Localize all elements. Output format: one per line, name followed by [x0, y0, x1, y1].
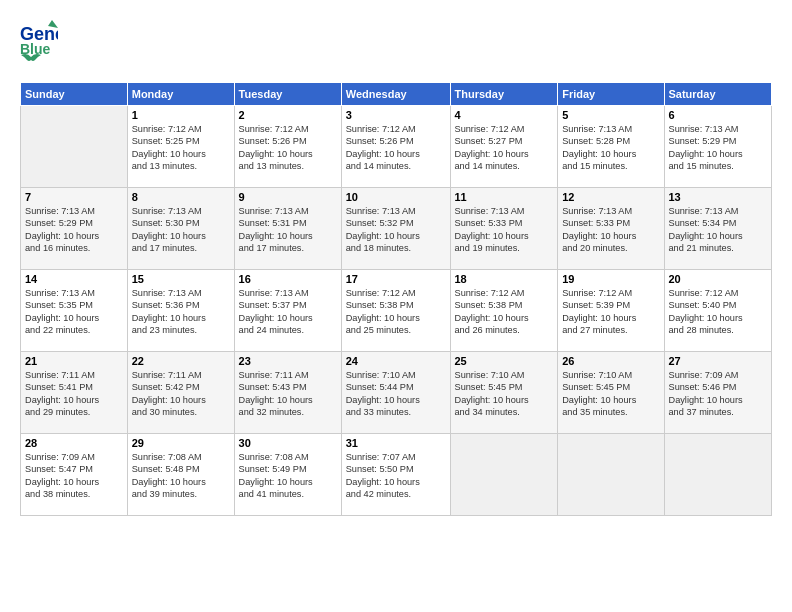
- day-info: Sunrise: 7:13 AM Sunset: 5:34 PM Dayligh…: [669, 205, 768, 255]
- day-info: Sunrise: 7:13 AM Sunset: 5:30 PM Dayligh…: [132, 205, 230, 255]
- day-info: Sunrise: 7:08 AM Sunset: 5:48 PM Dayligh…: [132, 451, 230, 501]
- calendar-cell: 19Sunrise: 7:12 AM Sunset: 5:39 PM Dayli…: [558, 270, 664, 352]
- week-row-3: 14Sunrise: 7:13 AM Sunset: 5:35 PM Dayli…: [21, 270, 772, 352]
- header-row: SundayMondayTuesdayWednesdayThursdayFrid…: [21, 83, 772, 106]
- calendar-cell: 6Sunrise: 7:13 AM Sunset: 5:29 PM Daylig…: [664, 106, 772, 188]
- day-number: 3: [346, 109, 446, 121]
- day-number: 21: [25, 355, 123, 367]
- calendar-cell: 31Sunrise: 7:07 AM Sunset: 5:50 PM Dayli…: [341, 434, 450, 516]
- day-number: 17: [346, 273, 446, 285]
- calendar-cell: 16Sunrise: 7:13 AM Sunset: 5:37 PM Dayli…: [234, 270, 341, 352]
- day-number: 27: [669, 355, 768, 367]
- day-info: Sunrise: 7:13 AM Sunset: 5:35 PM Dayligh…: [25, 287, 123, 337]
- calendar-cell: 18Sunrise: 7:12 AM Sunset: 5:38 PM Dayli…: [450, 270, 558, 352]
- calendar-cell: 8Sunrise: 7:13 AM Sunset: 5:30 PM Daylig…: [127, 188, 234, 270]
- calendar-cell: 7Sunrise: 7:13 AM Sunset: 5:29 PM Daylig…: [21, 188, 128, 270]
- day-number: 13: [669, 191, 768, 203]
- day-info: Sunrise: 7:12 AM Sunset: 5:27 PM Dayligh…: [455, 123, 554, 173]
- day-info: Sunrise: 7:13 AM Sunset: 5:37 PM Dayligh…: [239, 287, 337, 337]
- day-info: Sunrise: 7:12 AM Sunset: 5:26 PM Dayligh…: [346, 123, 446, 173]
- calendar-cell: 28Sunrise: 7:09 AM Sunset: 5:47 PM Dayli…: [21, 434, 128, 516]
- day-number: 2: [239, 109, 337, 121]
- calendar-cell: 5Sunrise: 7:13 AM Sunset: 5:28 PM Daylig…: [558, 106, 664, 188]
- day-number: 19: [562, 273, 659, 285]
- day-number: 1: [132, 109, 230, 121]
- day-info: Sunrise: 7:10 AM Sunset: 5:44 PM Dayligh…: [346, 369, 446, 419]
- calendar-cell: 2Sunrise: 7:12 AM Sunset: 5:26 PM Daylig…: [234, 106, 341, 188]
- day-number: 16: [239, 273, 337, 285]
- calendar-cell: 29Sunrise: 7:08 AM Sunset: 5:48 PM Dayli…: [127, 434, 234, 516]
- day-number: 8: [132, 191, 230, 203]
- day-info: Sunrise: 7:09 AM Sunset: 5:46 PM Dayligh…: [669, 369, 768, 419]
- day-number: 22: [132, 355, 230, 367]
- day-number: 29: [132, 437, 230, 449]
- day-number: 6: [669, 109, 768, 121]
- day-number: 18: [455, 273, 554, 285]
- week-row-5: 28Sunrise: 7:09 AM Sunset: 5:47 PM Dayli…: [21, 434, 772, 516]
- day-number: 30: [239, 437, 337, 449]
- calendar-cell: 1Sunrise: 7:12 AM Sunset: 5:25 PM Daylig…: [127, 106, 234, 188]
- day-info: Sunrise: 7:12 AM Sunset: 5:38 PM Dayligh…: [346, 287, 446, 337]
- calendar-cell: [664, 434, 772, 516]
- calendar-cell: 9Sunrise: 7:13 AM Sunset: 5:31 PM Daylig…: [234, 188, 341, 270]
- day-info: Sunrise: 7:12 AM Sunset: 5:38 PM Dayligh…: [455, 287, 554, 337]
- day-header-friday: Friday: [558, 83, 664, 106]
- day-info: Sunrise: 7:11 AM Sunset: 5:43 PM Dayligh…: [239, 369, 337, 419]
- day-info: Sunrise: 7:13 AM Sunset: 5:33 PM Dayligh…: [455, 205, 554, 255]
- calendar-cell: 13Sunrise: 7:13 AM Sunset: 5:34 PM Dayli…: [664, 188, 772, 270]
- day-header-tuesday: Tuesday: [234, 83, 341, 106]
- day-info: Sunrise: 7:13 AM Sunset: 5:29 PM Dayligh…: [669, 123, 768, 173]
- logo-bird-icon: [21, 52, 43, 72]
- calendar-cell: 14Sunrise: 7:13 AM Sunset: 5:35 PM Dayli…: [21, 270, 128, 352]
- day-number: 10: [346, 191, 446, 203]
- day-number: 26: [562, 355, 659, 367]
- day-info: Sunrise: 7:13 AM Sunset: 5:32 PM Dayligh…: [346, 205, 446, 255]
- day-info: Sunrise: 7:12 AM Sunset: 5:39 PM Dayligh…: [562, 287, 659, 337]
- calendar-cell: 24Sunrise: 7:10 AM Sunset: 5:44 PM Dayli…: [341, 352, 450, 434]
- day-number: 23: [239, 355, 337, 367]
- day-header-sunday: Sunday: [21, 83, 128, 106]
- page: General Blue SundayMondayTuesdayWednesda…: [0, 0, 792, 612]
- calendar-cell: [21, 106, 128, 188]
- day-info: Sunrise: 7:13 AM Sunset: 5:33 PM Dayligh…: [562, 205, 659, 255]
- logo: General Blue: [20, 18, 58, 72]
- day-info: Sunrise: 7:13 AM Sunset: 5:29 PM Dayligh…: [25, 205, 123, 255]
- day-number: 7: [25, 191, 123, 203]
- day-header-saturday: Saturday: [664, 83, 772, 106]
- calendar-cell: 20Sunrise: 7:12 AM Sunset: 5:40 PM Dayli…: [664, 270, 772, 352]
- day-number: 9: [239, 191, 337, 203]
- calendar-cell: 3Sunrise: 7:12 AM Sunset: 5:26 PM Daylig…: [341, 106, 450, 188]
- day-number: 24: [346, 355, 446, 367]
- calendar-cell: 26Sunrise: 7:10 AM Sunset: 5:45 PM Dayli…: [558, 352, 664, 434]
- calendar-cell: 15Sunrise: 7:13 AM Sunset: 5:36 PM Dayli…: [127, 270, 234, 352]
- calendar-cell: 30Sunrise: 7:08 AM Sunset: 5:49 PM Dayli…: [234, 434, 341, 516]
- calendar-cell: 23Sunrise: 7:11 AM Sunset: 5:43 PM Dayli…: [234, 352, 341, 434]
- day-info: Sunrise: 7:09 AM Sunset: 5:47 PM Dayligh…: [25, 451, 123, 501]
- calendar-cell: 22Sunrise: 7:11 AM Sunset: 5:42 PM Dayli…: [127, 352, 234, 434]
- week-row-2: 7Sunrise: 7:13 AM Sunset: 5:29 PM Daylig…: [21, 188, 772, 270]
- logo-icon: General Blue: [20, 18, 58, 56]
- week-row-1: 1Sunrise: 7:12 AM Sunset: 5:25 PM Daylig…: [21, 106, 772, 188]
- calendar-cell: 17Sunrise: 7:12 AM Sunset: 5:38 PM Dayli…: [341, 270, 450, 352]
- day-header-thursday: Thursday: [450, 83, 558, 106]
- calendar-cell: 21Sunrise: 7:11 AM Sunset: 5:41 PM Dayli…: [21, 352, 128, 434]
- day-info: Sunrise: 7:10 AM Sunset: 5:45 PM Dayligh…: [562, 369, 659, 419]
- calendar-cell: [558, 434, 664, 516]
- calendar-cell: 27Sunrise: 7:09 AM Sunset: 5:46 PM Dayli…: [664, 352, 772, 434]
- day-info: Sunrise: 7:11 AM Sunset: 5:42 PM Dayligh…: [132, 369, 230, 419]
- header: General Blue: [20, 18, 772, 72]
- calendar-cell: 10Sunrise: 7:13 AM Sunset: 5:32 PM Dayli…: [341, 188, 450, 270]
- day-header-wednesday: Wednesday: [341, 83, 450, 106]
- day-info: Sunrise: 7:13 AM Sunset: 5:31 PM Dayligh…: [239, 205, 337, 255]
- day-info: Sunrise: 7:12 AM Sunset: 5:26 PM Dayligh…: [239, 123, 337, 173]
- calendar-cell: 25Sunrise: 7:10 AM Sunset: 5:45 PM Dayli…: [450, 352, 558, 434]
- day-info: Sunrise: 7:11 AM Sunset: 5:41 PM Dayligh…: [25, 369, 123, 419]
- day-number: 12: [562, 191, 659, 203]
- calendar-cell: 12Sunrise: 7:13 AM Sunset: 5:33 PM Dayli…: [558, 188, 664, 270]
- day-number: 5: [562, 109, 659, 121]
- day-info: Sunrise: 7:13 AM Sunset: 5:28 PM Dayligh…: [562, 123, 659, 173]
- day-number: 31: [346, 437, 446, 449]
- calendar-cell: 11Sunrise: 7:13 AM Sunset: 5:33 PM Dayli…: [450, 188, 558, 270]
- calendar-table: SundayMondayTuesdayWednesdayThursdayFrid…: [20, 82, 772, 516]
- day-number: 15: [132, 273, 230, 285]
